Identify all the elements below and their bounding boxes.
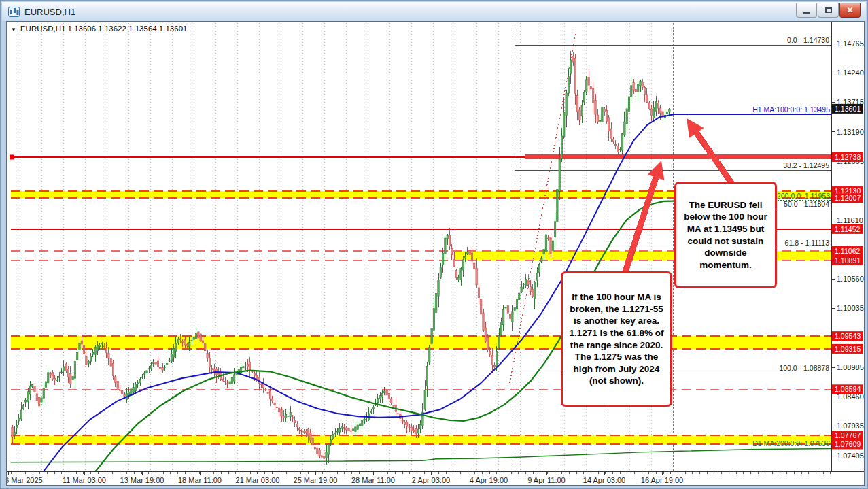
ohlc-header: ▼EURUSD,H1 1.13606 1.13622 1.13564 1.136… xyxy=(11,24,187,33)
window-title: EURUSD,H1 xyxy=(24,7,75,17)
candle xyxy=(370,411,372,413)
candle xyxy=(521,287,522,292)
candle xyxy=(305,431,307,433)
candle xyxy=(388,393,389,399)
candle xyxy=(476,268,477,285)
candle xyxy=(426,367,428,386)
candle xyxy=(124,395,125,397)
candle xyxy=(160,367,161,368)
candle xyxy=(29,386,31,394)
candle xyxy=(612,139,614,142)
candle xyxy=(179,339,181,340)
price-axis-label: 1.10035 xyxy=(837,304,864,312)
candle xyxy=(34,386,35,392)
price-alert-label: 1.10891 xyxy=(835,256,861,265)
annotation-note-ma-break[interactable]: The EURUSD fell below the 100 hour MA at… xyxy=(674,182,777,288)
candle xyxy=(509,314,510,318)
chevron-down-icon[interactable]: ▼ xyxy=(11,27,16,33)
minimize-button[interactable] xyxy=(796,3,817,18)
candle xyxy=(88,361,89,363)
candle xyxy=(330,440,331,443)
candle xyxy=(247,365,248,367)
candle xyxy=(122,390,123,394)
price-axis-label: 1.14765 xyxy=(837,39,864,48)
candle xyxy=(348,428,349,431)
candle xyxy=(566,93,567,115)
candle xyxy=(541,258,542,261)
candle xyxy=(364,419,365,420)
candle xyxy=(626,109,627,124)
candle xyxy=(431,328,432,343)
candle xyxy=(599,120,600,121)
candle xyxy=(312,438,313,445)
restore-button[interactable] xyxy=(818,3,839,18)
chart-area: 0.0 - 1.1473038.2 - 1.1249550.0 - 1.1180… xyxy=(6,21,865,486)
candle xyxy=(438,280,439,297)
price-alert-label: 1.07609 xyxy=(835,440,861,448)
candle xyxy=(254,373,255,375)
candle xyxy=(523,284,524,285)
date-axis-label: 28 Mar 11:00 xyxy=(351,476,395,484)
candle xyxy=(193,337,194,339)
candle xyxy=(411,427,412,431)
candle xyxy=(224,382,226,382)
candle xyxy=(94,348,96,355)
price-alert-label: 1.12738 xyxy=(835,153,861,161)
candle xyxy=(303,431,305,433)
date-axis-label: 13 Mar 19:00 xyxy=(120,476,164,484)
candle xyxy=(572,56,574,62)
candle xyxy=(570,60,572,73)
candle xyxy=(56,380,58,381)
close-button[interactable]: ✕ xyxy=(839,3,861,18)
candle xyxy=(65,364,67,371)
candle xyxy=(141,377,143,377)
candle xyxy=(397,414,398,414)
candle xyxy=(279,408,280,412)
candle xyxy=(557,189,558,221)
date-axis-label: 11 Mar 03:00 xyxy=(63,476,106,484)
candle xyxy=(115,377,116,382)
candle xyxy=(184,340,186,345)
candle xyxy=(319,450,320,456)
candle xyxy=(222,379,224,381)
candle xyxy=(650,109,652,115)
minimize-icon xyxy=(803,12,810,14)
candle xyxy=(563,112,565,137)
price-alert-label: 1.11062 xyxy=(835,247,861,255)
candle xyxy=(606,110,607,121)
candle xyxy=(597,115,598,122)
candle xyxy=(669,109,670,112)
fib-level-label: 61.8 - 1.11113 xyxy=(785,239,830,247)
candle xyxy=(415,428,417,433)
candle xyxy=(274,403,275,404)
candle xyxy=(657,103,659,108)
candle xyxy=(487,338,488,350)
candle xyxy=(442,253,443,265)
annotation-text: If the 100 hour MA is broken, the 1.1271… xyxy=(567,291,666,386)
candle xyxy=(471,253,472,261)
candle xyxy=(272,399,273,401)
candle xyxy=(205,344,206,351)
candle xyxy=(624,122,625,135)
candle xyxy=(175,343,177,351)
candle xyxy=(288,416,289,416)
candle xyxy=(155,362,156,364)
candle xyxy=(646,95,648,103)
candle xyxy=(379,396,381,399)
candle xyxy=(234,375,235,381)
line-anchor-marker xyxy=(10,154,14,159)
candle xyxy=(164,367,165,368)
candle xyxy=(16,425,17,428)
candle xyxy=(445,238,446,254)
candle xyxy=(352,429,353,431)
window-titlebar[interactable]: EURUSD,H1 ✕ xyxy=(2,2,866,21)
candle xyxy=(198,332,199,338)
annotation-note-key-area[interactable]: If the 100 hour MA is broken, the 1.1271… xyxy=(561,271,672,407)
candle xyxy=(381,393,383,397)
candle xyxy=(139,379,141,382)
candle xyxy=(500,322,502,335)
candle xyxy=(200,334,201,341)
candle xyxy=(162,368,163,371)
candle xyxy=(310,433,311,440)
candle xyxy=(568,77,569,93)
